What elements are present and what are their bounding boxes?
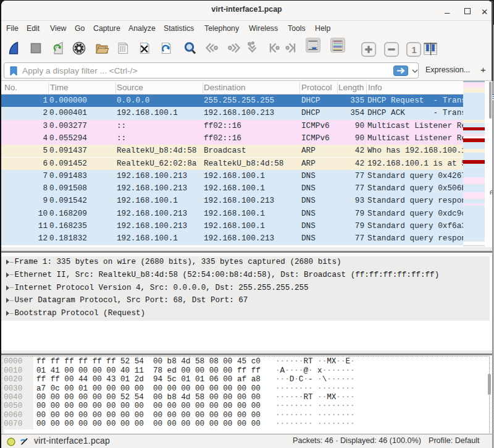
svg-text:1: 1 xyxy=(412,45,417,55)
